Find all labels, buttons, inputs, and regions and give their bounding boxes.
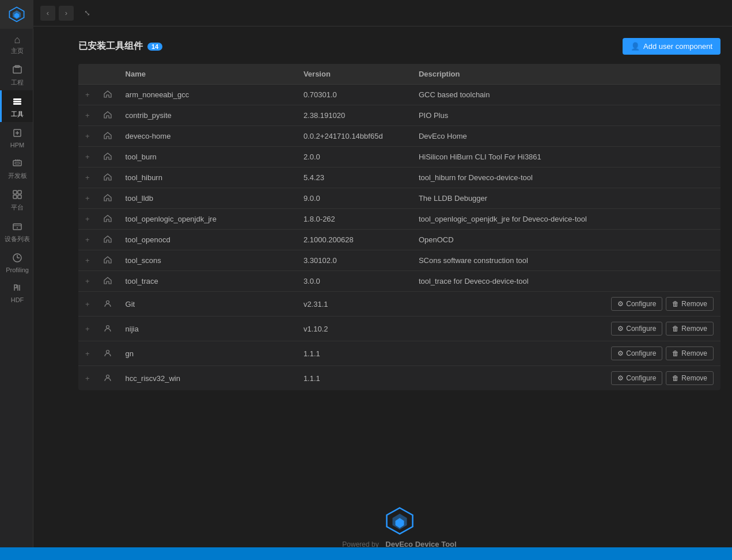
tool-name: contrib_pysite xyxy=(119,105,297,126)
tool-name: tool_burn xyxy=(119,147,297,167)
hpm-icon xyxy=(12,128,22,140)
tool-version: 1.1.1 xyxy=(297,366,412,391)
tool-description: tool_hiburn for Deveco-device-tool xyxy=(412,167,720,188)
tool-version: 3.30102.0 xyxy=(297,250,412,271)
configure-button[interactable]: ⚙ Configure xyxy=(611,322,662,336)
table-row: +hcc_riscv32_win1.1.1⚙ Configure🗑 Remove xyxy=(78,366,720,391)
page-title: 已安装工具组件 xyxy=(78,40,143,52)
sidebar-label-platform: 平台 xyxy=(11,203,24,212)
row-type-icon xyxy=(97,85,119,105)
configure-button[interactable]: ⚙ Configure xyxy=(611,371,662,385)
sidebar-label-tools: 工具 xyxy=(11,110,24,119)
tool-name: tool_openlogic_openjdk_jre xyxy=(119,209,297,230)
col-version-header: Version xyxy=(297,64,412,85)
add-user-component-button[interactable]: 👤 Add user component xyxy=(623,38,720,55)
table-row: +deveco-home0.0.2+241710.14bbf65dDevEco … xyxy=(78,126,720,147)
home-icon: ⌂ xyxy=(14,35,21,45)
svg-point-26 xyxy=(106,300,109,303)
tool-name: tool_openocd xyxy=(119,230,297,250)
row-type-icon xyxy=(97,188,119,209)
tools-icon xyxy=(12,96,22,108)
remove-button[interactable]: 🗑 Remove xyxy=(666,371,714,385)
remove-button[interactable]: 🗑 Remove xyxy=(666,322,714,336)
row-type-icon xyxy=(97,105,119,126)
row-action-buttons: ⚙ Configure🗑 Remove xyxy=(419,322,714,336)
remove-icon: 🗑 xyxy=(672,300,679,308)
row-expand-button[interactable]: + xyxy=(85,173,90,182)
svg-rect-20 xyxy=(13,224,21,230)
configure-button[interactable]: ⚙ Configure xyxy=(611,297,662,311)
sidebar-item-devboard[interactable]: 开发板 xyxy=(0,152,33,184)
forward-button[interactable]: › xyxy=(59,6,74,21)
row-expand-button[interactable]: + xyxy=(85,277,90,285)
sidebar-item-home[interactable]: ⌂ 主页 xyxy=(0,29,33,59)
table-row: +Gitv2.31.1⚙ Configure🗑 Remove xyxy=(78,292,720,317)
row-expand-button[interactable]: + xyxy=(85,256,90,265)
tool-description: GCC based toolchain xyxy=(412,85,720,105)
profiling-icon xyxy=(12,253,22,265)
status-bar xyxy=(0,547,732,560)
tool-description: tool_trace for Deveco-device-tool xyxy=(412,271,720,292)
table-row: +gn1.1.1⚙ Configure🗑 Remove xyxy=(78,341,720,366)
row-type-icon xyxy=(97,366,119,391)
main-content: 已安装工具组件 14 👤 Add user component Name Ver… xyxy=(67,26,732,560)
add-user-icon: 👤 xyxy=(631,42,640,51)
row-expand-button[interactable]: + xyxy=(85,300,90,308)
table-row: +tool_lldb9.0.0The LLDB Debugger xyxy=(78,188,720,209)
svg-rect-7 xyxy=(13,103,21,105)
sidebar: ⌂ 主页 工程 工具 HPM xyxy=(0,0,33,560)
sidebar-item-platform[interactable]: 平台 xyxy=(0,184,33,215)
row-expand-button[interactable]: + xyxy=(85,325,90,333)
tool-version: 0.70301.0 xyxy=(297,85,412,105)
row-expand-button[interactable]: + xyxy=(85,215,90,223)
row-type-icon xyxy=(97,126,119,147)
tool-name: Git xyxy=(119,292,297,317)
back-button[interactable]: ‹ xyxy=(40,6,55,21)
configure-icon: ⚙ xyxy=(617,374,624,382)
tool-version: 5.4.23 xyxy=(297,167,412,188)
configure-icon: ⚙ xyxy=(617,325,624,333)
row-expand-button[interactable]: + xyxy=(85,132,90,140)
expand-button[interactable]: ⤡ xyxy=(79,6,94,21)
tool-version: 0.0.2+241710.14bbf65d xyxy=(297,126,412,147)
table-row: +arm_noneeabi_gcc0.70301.0GCC based tool… xyxy=(78,85,720,105)
tool-description-or-actions[interactable]: ⚙ Configure🗑 Remove xyxy=(412,292,720,317)
sidebar-label-home: 主页 xyxy=(11,47,24,55)
row-type-icon xyxy=(97,317,119,341)
col-expand xyxy=(78,64,97,85)
tools-table: Name Version Description +arm_noneeabi_g… xyxy=(78,64,720,390)
tool-description-or-actions[interactable]: ⚙ Configure🗑 Remove xyxy=(412,366,720,391)
row-type-icon xyxy=(97,230,119,250)
row-expand-button[interactable]: + xyxy=(85,374,90,383)
table-row: +tool_trace3.0.0tool_trace for Deveco-de… xyxy=(78,271,720,292)
sidebar-item-hdf[interactable]: HDF xyxy=(0,277,33,307)
sidebar-label-hdf: HDF xyxy=(11,296,24,303)
row-expand-button[interactable]: + xyxy=(85,194,90,203)
remove-button[interactable]: 🗑 Remove xyxy=(666,297,714,311)
svg-rect-12 xyxy=(15,162,20,164)
configure-button[interactable]: ⚙ Configure xyxy=(611,346,662,360)
svg-rect-6 xyxy=(13,101,21,102)
row-expand-button[interactable]: + xyxy=(85,90,90,99)
row-type-icon xyxy=(97,271,119,292)
sidebar-label-profiling: Profiling xyxy=(6,266,29,273)
svg-rect-18 xyxy=(13,195,17,199)
tool-name: arm_noneeabi_gcc xyxy=(119,85,297,105)
col-description-header: Description xyxy=(412,64,720,85)
tool-description-or-actions[interactable]: ⚙ Configure🗑 Remove xyxy=(412,317,720,341)
row-expand-button[interactable]: + xyxy=(85,153,90,161)
row-expand-button[interactable]: + xyxy=(85,349,90,358)
remove-icon: 🗑 xyxy=(672,374,679,382)
tool-description: The LLDB Debugger xyxy=(412,188,720,209)
row-expand-button[interactable]: + xyxy=(85,111,90,120)
sidebar-item-devices[interactable]: 设备列表 xyxy=(0,215,33,247)
remove-button[interactable]: 🗑 Remove xyxy=(666,346,714,360)
sidebar-label-hpm: HPM xyxy=(10,142,24,148)
sidebar-item-project[interactable]: 工程 xyxy=(0,59,33,90)
sidebar-item-profiling[interactable]: Profiling xyxy=(0,247,33,277)
sidebar-item-hpm[interactable]: HPM xyxy=(0,122,33,152)
sidebar-item-tools[interactable]: 工具 xyxy=(0,90,33,122)
tool-description-or-actions[interactable]: ⚙ Configure🗑 Remove xyxy=(412,341,720,366)
tool-name: tool_lldb xyxy=(119,188,297,209)
row-expand-button[interactable]: + xyxy=(85,235,90,244)
